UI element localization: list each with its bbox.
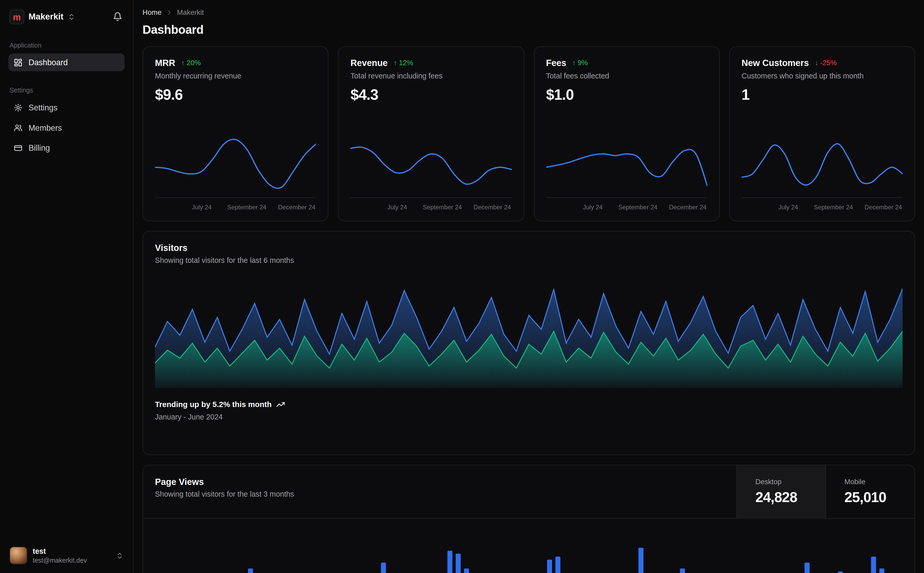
user-menu[interactable]: test test@makerkit.dev	[6, 544, 127, 567]
axis-tick: July 24	[583, 204, 602, 211]
page-views-card: Page Views Showing total visitors for th…	[143, 465, 915, 573]
trend-value: 9%	[577, 58, 588, 67]
workspace-switcher[interactable]: m Makerkit	[8, 8, 77, 25]
stat-value: 24,828	[755, 489, 825, 506]
visitors-area-chart	[155, 274, 902, 388]
main-content: Home Makerkit Dashboard MRR ↑ 20% Monthl…	[133, 0, 924, 573]
trend-badge: ↑ 9%	[573, 58, 588, 67]
visitors-card: Visitors Showing total visitors for the …	[143, 231, 915, 456]
axis-tick: September 24	[618, 204, 657, 211]
sidebar-item-settings[interactable]: Settings	[8, 99, 125, 116]
user-meta: test test@makerkit.dev	[33, 547, 87, 564]
stat-subtitle: Customers who signed up this month	[742, 72, 903, 80]
trend-badge: ↑ 20%	[181, 58, 201, 67]
sidebar-item-label: Members	[28, 123, 62, 132]
notifications-button[interactable]	[110, 9, 125, 24]
trend-up-icon: ↑	[181, 58, 185, 67]
axis-tick: September 24	[423, 204, 462, 211]
user-name: test	[33, 547, 87, 555]
stat-value: $9.6	[155, 86, 316, 103]
stat-label: Desktop	[755, 478, 825, 486]
trend-badge: ↑ 12%	[394, 58, 413, 67]
trend-value: 20%	[187, 58, 201, 67]
page-views-header: Page Views Showing total visitors for th…	[143, 465, 915, 519]
axis-tick: December 24	[864, 204, 902, 211]
stat-subtitle: Total fees collected	[546, 72, 707, 80]
stat-card-mrr: MRR ↑ 20% Monthly recurring revenue $9.6…	[143, 46, 328, 221]
sidebar-item-label: Billing	[28, 143, 50, 152]
visitors-footer: Trending up by 5.2% this month January -…	[155, 400, 902, 421]
stat-title: Revenue	[351, 58, 388, 68]
stat-title: Fees	[546, 58, 566, 68]
stat-cards-row: MRR ↑ 20% Monthly recurring revenue $9.6…	[143, 46, 915, 221]
axis-tick: December 24	[278, 204, 315, 211]
stat-subtitle: Total revenue including fees	[351, 72, 512, 80]
stat-subtitle: Monthly recurring revenue	[155, 72, 316, 80]
x-axis-labels: July 24 September 24 December 24	[155, 204, 316, 213]
stat-label: Mobile	[844, 478, 915, 486]
axis-tick: July 24	[778, 204, 798, 211]
sidebar-item-members[interactable]: Members	[8, 119, 125, 137]
visitors-trend-text: Trending up by 5.2% this month	[155, 400, 271, 409]
trend-up-icon: ↑	[573, 58, 576, 67]
visitors-date-range: January - June 2024	[155, 413, 902, 421]
visitors-subtitle: Showing total visitors for the last 6 mo…	[155, 256, 902, 265]
avatar	[9, 546, 28, 564]
app-logo: m	[9, 9, 24, 24]
breadcrumb-current[interactable]: Makerkit	[177, 8, 204, 17]
layout-dashboard-icon	[14, 58, 23, 67]
x-axis-labels: July 24 September 24 December 24	[351, 204, 512, 213]
x-axis-labels: July 24 September 24 December 24	[546, 204, 707, 213]
axis-tick: December 24	[669, 204, 706, 211]
gear-icon	[14, 103, 23, 112]
axis-tick: September 24	[814, 204, 853, 211]
nav-section-label-application: Application	[8, 42, 125, 49]
stat-value: 25,010	[844, 489, 915, 506]
user-email: test@makerkit.dev	[33, 557, 87, 564]
stat-value: $4.3	[351, 86, 512, 103]
stat-title: New Customers	[742, 58, 809, 68]
axis-tick: July 24	[387, 204, 407, 211]
axis-tick: September 24	[227, 204, 267, 211]
stat-card-fees: Fees ↑ 9% Total fees collected $1.0 July…	[533, 46, 720, 221]
workspace-name: Makerkit	[28, 12, 63, 22]
page-views-toggle-desktop[interactable]: Desktop 24,828	[736, 465, 825, 518]
app-root: m Makerkit Application Dashboard Setting…	[0, 0, 924, 573]
chevrons-up-down-icon	[67, 13, 75, 20]
sidebar-header: m Makerkit	[8, 7, 125, 26]
credit-card-icon	[14, 143, 23, 152]
bell-icon	[113, 12, 122, 22]
chevrons-up-down-icon	[116, 552, 124, 559]
breadcrumb: Home Makerkit	[143, 8, 915, 17]
trend-value: -25%	[820, 58, 837, 67]
page-views-toggle-mobile[interactable]: Mobile 25,010	[825, 465, 915, 518]
stat-card-new-customers: New Customers ↓ -25% Customers who signe…	[729, 46, 915, 221]
stat-title: MRR	[155, 58, 175, 68]
fees-sparkline-chart	[546, 133, 707, 198]
sidebar-item-dashboard[interactable]: Dashboard	[8, 53, 125, 71]
trending-up-icon	[276, 400, 285, 409]
trend-down-icon: ↓	[815, 58, 819, 67]
users-icon	[14, 123, 23, 132]
page-title: Dashboard	[143, 23, 915, 37]
axis-tick: July 24	[192, 204, 212, 211]
page-views-subtitle: Showing total visitors for the last 3 mo…	[155, 490, 725, 498]
sidebar-item-label: Settings	[28, 103, 57, 112]
stat-value: $1.0	[546, 86, 707, 103]
stat-value: 1	[742, 86, 903, 103]
logo-letter: m	[13, 12, 21, 21]
sidebar-nav: Dashboard Settings Settings Members Bill…	[8, 53, 125, 157]
page-views-title: Page Views	[155, 477, 725, 487]
trend-up-icon: ↑	[394, 58, 397, 67]
breadcrumb-home-link[interactable]: Home	[143, 8, 162, 17]
revenue-sparkline-chart	[351, 133, 512, 198]
trend-badge: ↓ -25%	[815, 58, 837, 67]
sidebar: m Makerkit Application Dashboard Setting…	[0, 0, 133, 573]
mrr-sparkline-chart	[155, 133, 316, 198]
sidebar-item-label: Dashboard	[28, 58, 68, 67]
stat-card-revenue: Revenue ↑ 12% Total revenue including fe…	[338, 46, 524, 221]
sidebar-item-billing[interactable]: Billing	[8, 139, 125, 157]
nav-section-label-settings: Settings	[8, 87, 125, 94]
chevron-right-icon	[166, 9, 173, 16]
axis-tick: December 24	[474, 204, 511, 211]
